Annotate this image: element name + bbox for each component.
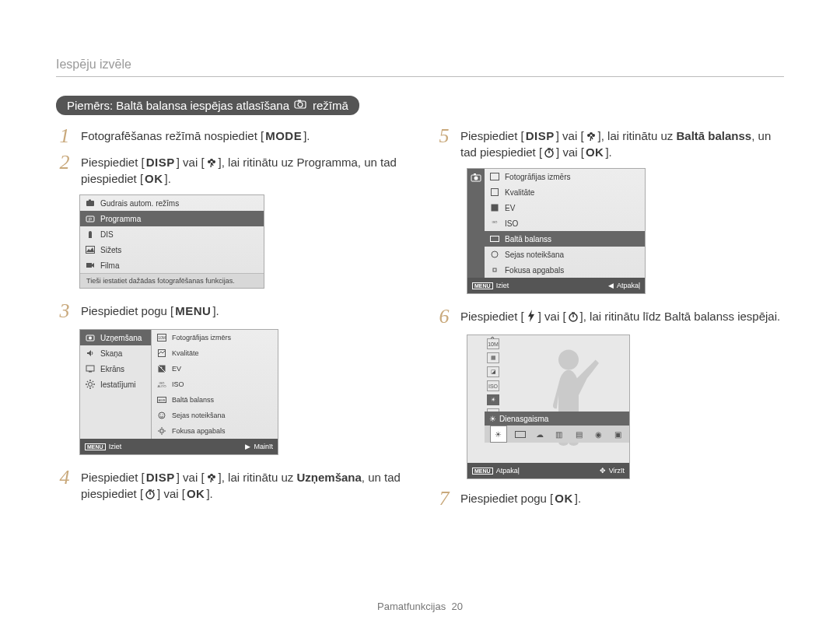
example-pill: Piemērs: Baltā balansa iespējas atlasīša… [56,96,359,115]
flower-icon [584,130,598,142]
display-icon [85,363,96,374]
wb-label-row: ☀ Dienasgaisma [485,412,629,426]
list-item[interactable]: Filma [80,257,264,273]
left-column: 1 Fotografēšanas režīmā nospiediet [MODE… [56,128,404,517]
lcd-bottom-bar: MENUIziet ▶Mainīt [80,439,278,454]
list-item[interactable]: 10MFotogrāfijas izmērs [152,330,278,345]
list-item[interactable]: Sejas noteikšana [152,408,278,423]
pill-suffix: režīmā [313,99,348,112]
svg-point-37 [163,414,163,415]
ok-button-label: OK [584,144,606,160]
wb-fluorescent-l-icon[interactable]: ▤ [572,428,585,440]
list-item[interactable]: Kvalitāte [485,184,645,200]
lcd-wb-selection: 10M ▦ ◪ ISO ☀ ☺ ⊹ ⌃ ☀ Dienasgaisma ☀ ☁ [467,335,630,479]
sidebar-item[interactable]: Ekrāns [80,361,151,377]
camera-icon [85,198,96,208]
list-item[interactable]: Fokusa apgabals [485,262,645,278]
step-4-text: Piespiediet [DISP] vai [], lai ritinātu … [81,469,404,502]
svg-point-60 [474,177,478,180]
flower-icon [205,156,219,169]
face-icon [156,410,167,421]
focus-icon [489,264,500,275]
timer-icon [143,488,157,500]
svg-line-23 [93,387,93,387]
size-icon [489,171,500,182]
lcd-bottom-bar: MENUAtpakaļ ✥Virzīt [467,463,629,478]
svg-text:AWB: AWB [159,398,166,402]
step-5-text: Piespiediet [DISP] vai [], lai ritinātu … [460,128,784,160]
list-item[interactable]: ISOAUTOISO [152,377,278,392]
camera-icon [85,332,96,343]
svg-rect-7 [86,201,94,206]
pill-prefix: Piemērs: Baltā balansa iespējas atlasīša… [67,99,289,112]
menu-label-icon: MENU [85,443,106,450]
list-item[interactable]: ISOISO [485,215,645,231]
wb-options-row[interactable]: ☀ ☁ ▥ ▤ ◉ ▣ [485,426,629,443]
sidebar-item[interactable]: Iestatījumi [80,377,151,392]
list-item[interactable]: AWBBaltā balanss [152,392,278,408]
step-7-text: Piespiediet pogu [OK]. [460,490,581,506]
navigate-icon: ✥ [600,467,606,475]
svg-point-44 [208,475,211,478]
svg-point-36 [160,414,161,415]
mode-button-label: MODE [264,128,303,144]
list-item[interactable]: Fotogrāfijas izmērs [485,169,645,184]
film-icon [85,260,96,271]
iso-icon: ISOAUTO [156,379,167,390]
lcd-menu-settings: Uzņemšana Skaņa Ekrāns Iestatījumi 10MFo… [79,329,278,455]
list-item[interactable]: +EV [152,361,278,377]
svg-rect-64 [492,205,499,212]
side-icon: ☀ [487,394,499,405]
lcd-bottom-bar: MENUIziet ◀Atpakaļ [467,278,645,293]
svg-point-72 [558,350,579,370]
step-number: 5 [436,126,453,146]
list-item[interactable]: EV [485,200,645,215]
svg-text:ISO: ISO [492,220,498,224]
wb-custom-icon[interactable]: ▣ [611,428,624,440]
iso-icon: ISO [489,218,500,229]
svg-rect-15 [86,366,94,371]
face-icon [489,249,500,260]
right-arrow-icon: ▶ [245,443,250,450]
svg-point-5 [212,160,215,163]
hand-icon [85,229,96,240]
size-icon: 10M [156,332,167,343]
list-item[interactable]: Sižets [80,242,264,257]
list-item-selected[interactable]: Baltā balanss [485,231,645,247]
page-footer: Pamatfunkcijas 20 [0,601,840,612]
list-item[interactable]: Kvalitāte [152,345,278,361]
sidebar-item[interactable]: Uzņemšana [80,330,151,345]
sidebar-item[interactable]: Skaņa [80,345,151,361]
wb-cloudy-icon[interactable]: ☁ [534,428,546,440]
svg-rect-16 [89,371,92,373]
step-1-text: Fotografēšanas režīmā nospiediet [MODE]. [81,128,310,144]
svg-line-50 [153,490,155,492]
disp-button-label: DISP [524,128,556,144]
ok-button-label: OK [143,170,165,187]
wb-daylight-icon[interactable]: ☀ [490,426,507,443]
wb-icon [489,233,500,244]
list-item[interactable]: Sejas noteikšana [485,247,645,262]
svg-rect-8 [89,200,91,201]
disp-button-label: DISP [145,154,177,170]
wb-fluorescent-h-icon[interactable]: ▥ [553,428,565,440]
menu-label-icon: MENU [472,282,493,289]
menu-button-label: MENU [173,303,212,319]
wb-awb-icon[interactable] [514,428,527,440]
svg-rect-73 [515,431,525,437]
svg-point-52 [587,134,590,137]
list-item[interactable]: Gudrais autom. režīms [80,195,264,211]
step-number: 2 [56,152,73,173]
svg-line-24 [87,387,88,387]
svg-point-6 [210,161,212,163]
left-arrow-icon: ◀ [608,282,614,289]
step-number: 7 [436,489,453,509]
camera-p-icon: P [85,213,96,224]
list-item[interactable]: Fokusa apgabals [152,423,278,439]
wb-icon: AWB [156,394,167,405]
svg-text:AUTO: AUTO [157,384,166,388]
list-item[interactable]: DIS [80,226,264,242]
ok-button-label: OK [553,490,575,506]
wb-tungsten-icon[interactable]: ◉ [592,428,604,440]
list-item-selected[interactable]: PProgramma [80,211,264,226]
